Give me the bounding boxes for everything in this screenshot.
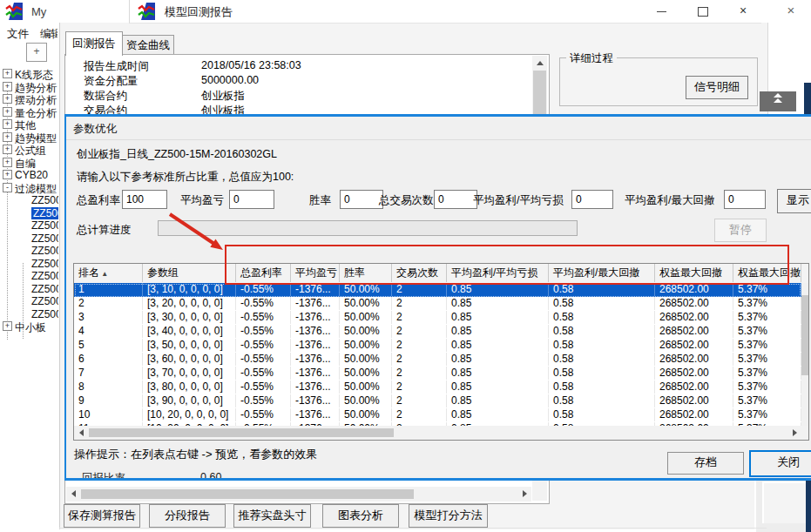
chart-analysis-button[interactable]: 图表分析	[322, 504, 399, 528]
table-vertical-scrollbar[interactable]	[801, 283, 808, 426]
table-cell: 0.85	[447, 339, 549, 352]
tree-item[interactable]: +量仓分析	[0, 106, 58, 118]
tree-item[interactable]: ZZ500	[0, 283, 58, 295]
tree-item-label[interactable]: ZZ500	[31, 219, 58, 232]
column-header[interactable]: 参数组	[143, 264, 236, 282]
tree-item[interactable]: ZZ500	[0, 308, 58, 320]
collapse-panel-button[interactable]	[760, 91, 796, 111]
table-row[interactable]: 1[3, 10, 0, 0, 0, 0]-0.55%-1376...50.00%…	[74, 283, 801, 298]
save-report-button[interactable]: 保存测算报告	[64, 504, 140, 528]
table-row[interactable]: 6[3, 60, 0, 0, 0, 0]-0.55%-1376...50.00%…	[74, 353, 801, 367]
scroll-left-icon[interactable]	[75, 427, 87, 439]
tree-expand-icon[interactable]: +	[3, 69, 12, 78]
pause-button[interactable]: 暂停	[714, 219, 767, 242]
table-row[interactable]: 7[3, 70, 0, 0, 0, 0]-0.55%-1376...50.00%…	[74, 367, 801, 381]
segment-report-button[interactable]: 分段报告	[149, 504, 226, 528]
tree-item[interactable]: ZZ500	[0, 194, 58, 206]
table-row[interactable]: 3[3, 30, 0, 0, 0, 0]-0.55%-1376...50.00%…	[74, 311, 801, 326]
tree-item[interactable]: +其他	[0, 118, 58, 131]
scroll-right-icon[interactable]	[518, 488, 531, 500]
table-cell: -1376...	[291, 297, 340, 310]
tree-item-label[interactable]: ZZ500	[31, 270, 58, 282]
table-horizontal-scrollbar[interactable]	[74, 426, 808, 440]
tree-expand-icon[interactable]: +	[3, 170, 12, 179]
report-field-label: 资金分配量	[84, 74, 139, 89]
toolbar-new-icon[interactable]: +	[26, 43, 47, 62]
maximize-button[interactable]	[686, 0, 718, 23]
tree-expand-icon[interactable]: +	[3, 94, 12, 104]
table-cell: 0.85	[447, 394, 549, 407]
tree-item[interactable]: ZZ500	[0, 295, 58, 307]
menu-edit[interactable]: 编辑	[40, 27, 57, 42]
tab-equity-curve[interactable]: 资金曲线	[122, 35, 174, 55]
tree-item-label[interactable]: ZZ500	[31, 258, 58, 270]
tree-item[interactable]: ZZ500	[0, 270, 58, 282]
weight-input[interactable]: 0	[571, 190, 613, 209]
column-header[interactable]: 排名 ▲	[74, 264, 143, 282]
tree-item-label[interactable]: ZZ500	[31, 194, 58, 206]
table-row[interactable]: 8[3, 80, 0, 0, 0, 0]-0.55%-1376...50.00%…	[74, 380, 801, 395]
weight-input[interactable]: 0	[340, 190, 383, 209]
table-row[interactable]: 9[3, 90, 0, 0, 0, 0]-0.55%-1376...50.00%…	[74, 394, 801, 409]
table-row[interactable]: 5[3, 50, 0, 0, 0, 0]-0.55%-1376...50.00%…	[74, 339, 801, 354]
model-scoring-button[interactable]: 模型打分方法	[409, 504, 488, 528]
tree-item-label[interactable]: 中小板	[15, 320, 46, 335]
tree-expand-icon[interactable]: +	[3, 145, 12, 154]
table-cell: 0.85	[447, 311, 549, 324]
tree-expand-icon[interactable]: +	[3, 119, 12, 129]
tree-item[interactable]: ZZ500	[0, 245, 58, 257]
table-cell: 2	[392, 408, 447, 421]
tree-item[interactable]: +K线形态	[0, 68, 58, 80]
show-button[interactable]: 显示	[777, 189, 811, 213]
tree-item-label[interactable]: ZZ500	[31, 283, 58, 295]
tree-item-label[interactable]: ZZ500	[31, 308, 58, 320]
tree-expand-icon[interactable]: +	[3, 107, 12, 117]
table-row[interactable]: 10[10, 20, 0, 0, 0, 0]-0.55%-1376...50.0…	[74, 408, 801, 423]
tree-item-label[interactable]: ZZ500	[31, 207, 58, 219]
tree-item-label[interactable]: ZZ500	[31, 232, 58, 245]
weight-input[interactable]: 0	[724, 190, 766, 209]
tree-expand-icon[interactable]: +	[3, 132, 12, 142]
tree-item-label[interactable]: ZZ500	[31, 295, 58, 307]
table-row[interactable]: 2[3, 20, 0, 0, 0, 0]-0.55%-1376...50.00%…	[74, 297, 801, 312]
scrollbar-thumb[interactable]	[81, 489, 414, 499]
scrollbar-thumb[interactable]	[801, 295, 808, 375]
app-close-button[interactable]: ×	[771, 0, 811, 23]
scrollbar-thumb[interactable]	[89, 428, 394, 437]
recommend-position-button[interactable]: 推荐实盘头寸	[233, 504, 311, 528]
tree-expand-icon[interactable]: +	[3, 82, 12, 91]
scroll-left-icon[interactable]	[67, 488, 79, 500]
tree-item-label[interactable]: ZZ500	[31, 245, 58, 257]
tree-collapse-icon[interactable]: -	[3, 183, 12, 192]
archive-button[interactable]: 存档	[667, 452, 744, 475]
minimize-button[interactable]	[645, 0, 677, 23]
scroll-up-icon[interactable]	[533, 57, 546, 70]
tree-item[interactable]: +CYB20	[0, 169, 58, 181]
tree-item[interactable]: +中小板	[0, 320, 58, 333]
tree-expand-icon[interactable]: +	[3, 321, 12, 331]
tree-item[interactable]: +公式组	[0, 144, 58, 156]
tree-item[interactable]: +趋势模型	[0, 131, 58, 144]
tree-item[interactable]: ZZ500	[0, 232, 58, 245]
tree-item[interactable]: ZZ500	[0, 207, 58, 219]
menu-file[interactable]: 文件	[7, 27, 29, 42]
tree-item[interactable]: +摆动分析	[0, 93, 58, 105]
table-cell: 7	[74, 367, 143, 380]
tree-item[interactable]: +趋势分析	[0, 81, 58, 93]
weight-input[interactable]: 0	[229, 190, 274, 209]
tree-expand-icon[interactable]: +	[3, 158, 12, 167]
report-horizontal-scrollbar[interactable]	[66, 487, 531, 502]
table-row[interactable]: 4[3, 40, 0, 0, 0, 0]-0.55%-1376...50.00%…	[74, 325, 801, 340]
weight-input[interactable]: 100	[122, 190, 167, 209]
tree-item[interactable]: -过滤模型	[0, 182, 58, 194]
tree-item[interactable]: +自编	[0, 157, 58, 169]
tree-item[interactable]: ZZ500	[0, 219, 58, 232]
weight-input[interactable]: 0	[434, 190, 477, 209]
tree-item-label[interactable]: CYB20	[15, 169, 48, 181]
scroll-right-icon[interactable]	[788, 427, 801, 439]
close-button[interactable]: ×	[727, 0, 759, 23]
close-dialog-button[interactable]: 关闭	[749, 450, 811, 477]
tree-item[interactable]: ZZ500	[0, 258, 58, 270]
tab-backtest-report[interactable]: 回测报告	[65, 31, 123, 56]
signal-detail-button[interactable]: 信号明细	[686, 76, 748, 99]
